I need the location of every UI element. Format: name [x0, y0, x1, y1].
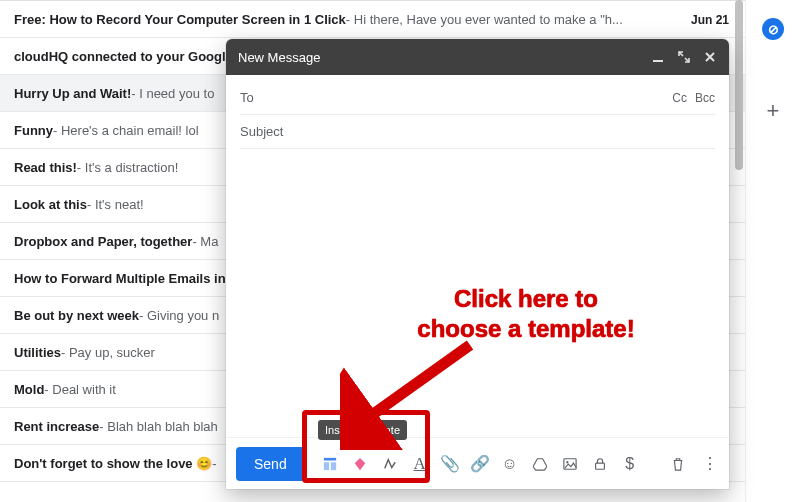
- send-label: Send: [254, 456, 287, 472]
- subject-label: Subject: [240, 124, 283, 139]
- scrollbar-thumb[interactable]: [735, 0, 743, 170]
- email-subject: Be out by next week: [14, 308, 139, 323]
- email-subject: Utilities: [14, 345, 61, 360]
- subject-field[interactable]: Subject: [240, 115, 715, 149]
- close-icon[interactable]: [703, 50, 717, 64]
- bcc-button[interactable]: Bcc: [695, 91, 715, 105]
- email-subject: Rent increase: [14, 419, 99, 434]
- cc-button[interactable]: Cc: [672, 91, 687, 105]
- link-icon[interactable]: 🔗: [471, 455, 489, 473]
- signature-icon[interactable]: [381, 455, 399, 473]
- svg-rect-3: [331, 462, 336, 470]
- email-preview: - Blah blah blah blah: [99, 419, 218, 434]
- email-preview: - Pay up, sucker: [61, 345, 155, 360]
- compose-window: New Message To Cc Bcc Subject Sen: [226, 39, 729, 489]
- email-subject: Don't forget to show the love 😊: [14, 456, 212, 471]
- attach-icon[interactable]: 📎: [441, 455, 459, 473]
- email-subject: Look at this: [14, 197, 87, 212]
- svg-rect-2: [324, 462, 329, 470]
- email-preview: - Deal with it: [44, 382, 116, 397]
- email-subject: cloudHQ connected to your Googl: [14, 49, 226, 64]
- add-extension-icon[interactable]: +: [767, 100, 780, 122]
- svg-rect-6: [595, 463, 604, 469]
- template-tag-icon[interactable]: [351, 455, 369, 473]
- image-icon[interactable]: [561, 455, 579, 473]
- to-label: To: [240, 90, 254, 105]
- cloudhq-badge-icon[interactable]: ⊘: [762, 18, 784, 40]
- email-preview: - I need you to: [131, 86, 214, 101]
- send-button[interactable]: Send: [236, 447, 305, 481]
- email-subject: Funny: [14, 123, 53, 138]
- svg-point-5: [566, 461, 568, 463]
- delete-draft-icon[interactable]: [669, 455, 687, 473]
- compose-body[interactable]: [226, 149, 729, 437]
- svg-rect-1: [324, 457, 336, 460]
- compose-header[interactable]: New Message: [226, 39, 729, 75]
- compose-fields: To Cc Bcc Subject: [226, 75, 729, 149]
- template-gallery-icon[interactable]: [321, 455, 339, 473]
- more-options-icon[interactable]: ⋮: [701, 455, 719, 473]
- email-subject: Free: How to Record Your Computer Screen…: [14, 12, 346, 27]
- formatting-icon[interactable]: A: [411, 455, 429, 473]
- email-subject: Read this!: [14, 160, 77, 175]
- badge-glyph: ⊘: [768, 22, 779, 37]
- plus-glyph: +: [767, 98, 780, 123]
- email-preview: - Here's a chain email! lol: [53, 123, 199, 138]
- email-preview: -: [212, 456, 216, 471]
- to-field[interactable]: To Cc Bcc: [240, 81, 715, 115]
- email-preview: - Hi there, Have you ever wanted to make…: [346, 12, 623, 27]
- money-icon[interactable]: $: [621, 455, 639, 473]
- email-preview: - Giving you n: [139, 308, 219, 323]
- email-preview: - Ma: [192, 234, 218, 249]
- email-subject: Mold: [14, 382, 44, 397]
- email-subject: Hurry Up and Wait!: [14, 86, 131, 101]
- email-preview: - It's a distraction!: [77, 160, 178, 175]
- email-row[interactable]: Free: How to Record Your Computer Screen…: [0, 1, 745, 38]
- expand-icon[interactable]: [677, 50, 691, 64]
- compose-toolbar: Send A 📎 🔗 ☺ $: [226, 437, 729, 489]
- emoji-icon[interactable]: ☺: [501, 455, 519, 473]
- email-subject: How to Forward Multiple Emails in: [14, 271, 226, 286]
- email-subject: Dropbox and Paper, together: [14, 234, 192, 249]
- side-panel: ⊘ +: [745, 0, 800, 502]
- compose-title: New Message: [238, 50, 651, 65]
- minimize-icon[interactable]: [651, 50, 665, 64]
- drive-icon[interactable]: [531, 455, 549, 473]
- confidential-icon[interactable]: [591, 455, 609, 473]
- email-preview: - It's neat!: [87, 197, 144, 212]
